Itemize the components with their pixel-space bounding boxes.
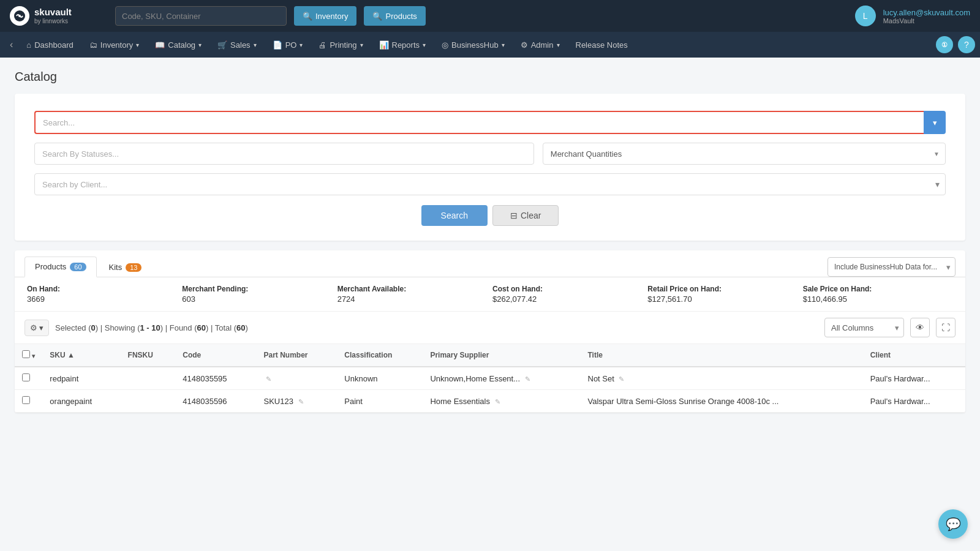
inventory-button[interactable]: 🔍 Inventory [294, 6, 356, 26]
edit-title-icon[interactable]: ✎ [619, 375, 624, 383]
row-client: Paul's Hardwar... [863, 367, 965, 390]
products-icon: 🔍 [372, 12, 382, 21]
eye-button[interactable]: 👁 [910, 318, 930, 337]
header-title: Title [581, 344, 863, 367]
row-checkbox-cell[interactable] [15, 367, 42, 390]
reports-icon: 📊 [379, 40, 389, 50]
row-part-number: SKU123 ✎ [256, 390, 337, 413]
showing-range: 1 - 10 [140, 323, 160, 332]
total-count: 60 [236, 323, 245, 332]
row-sku: redpaint [42, 367, 120, 390]
clear-button[interactable]: ⊟ Clear [492, 205, 559, 226]
selected-count: 0 [91, 323, 96, 332]
table-row: orangepaint 4148035596 SKU123 ✎ Paint Ho… [15, 390, 965, 413]
nav-item-dashboard[interactable]: ⌂ Dashboard [19, 37, 80, 53]
edit-part-number-icon[interactable]: ✎ [266, 375, 271, 383]
row-checkbox-cell[interactable] [15, 390, 42, 413]
columns-select[interactable]: All Columns [824, 318, 904, 337]
header-fnsku: FNSKU [121, 344, 176, 367]
tab-products[interactable]: Products 60 [24, 257, 97, 277]
products-count-badge: 60 [70, 263, 86, 271]
nav-circle-icon-1[interactable]: ① [936, 36, 953, 53]
nav-help-icon[interactable]: ? [958, 36, 975, 53]
businesshub-icon: ◎ [442, 40, 448, 50]
expand-button[interactable]: ⛶ [936, 318, 956, 337]
search-button[interactable]: Search [421, 205, 488, 226]
brand-name: skuvault [34, 7, 72, 18]
logo-area: skuvault by linnworks [10, 6, 108, 26]
edit-supplier-icon[interactable]: ✎ [525, 375, 530, 383]
nav-item-businesshub[interactable]: ◎ BusinessHub ▾ [434, 37, 512, 53]
stats-row: On Hand: 3669 Merchant Pending: 603 Merc… [15, 277, 965, 312]
edit-supplier-icon[interactable]: ✎ [495, 398, 500, 405]
stat-on-hand: On Hand: 3669 [27, 285, 177, 304]
nav-item-admin[interactable]: ⚙ Admin ▾ [513, 37, 567, 53]
table-header-row: ▾ SKU ▲ FNSKU Code Part Number Classific… [15, 344, 965, 367]
row-code: 4148035596 [175, 390, 256, 413]
catalog-arrow-icon: ▾ [198, 42, 202, 48]
nav-item-sales[interactable]: 🛒 Sales ▾ [210, 37, 264, 53]
user-area: L lucy.allen@skuvault.com MadsVault [855, 6, 970, 26]
inventory-nav-icon: 🗂 [89, 40, 97, 50]
nav-right-icons: ① ? [936, 36, 975, 53]
nav-item-printing[interactable]: 🖨 Printing ▾ [311, 37, 370, 53]
client-select[interactable]: Search by Client... [34, 173, 946, 195]
nav-item-release-notes[interactable]: Release Notes [568, 37, 635, 53]
stat-merchant-pending: Merchant Pending: 603 [182, 285, 332, 304]
merchant-select-wrapper: Merchant Quantities Warehouse Quantities… [543, 143, 946, 165]
row-fnsku [121, 367, 176, 390]
admin-icon: ⚙ [521, 40, 528, 50]
tabs-header: Products 60 Kits 13 Include BusinessHub … [15, 250, 965, 277]
nav-item-reports[interactable]: 📊 Reports ▾ [372, 37, 434, 53]
header-sku[interactable]: SKU ▲ [42, 344, 120, 367]
row-fnsku [121, 390, 176, 413]
top-search-input[interactable] [115, 6, 287, 26]
chevron-down-icon: ▾ [933, 118, 937, 127]
svg-point-1 [18, 15, 21, 17]
row-checkbox[interactable] [22, 373, 30, 381]
nav-item-catalog[interactable]: 📖 Catalog ▾ [148, 37, 209, 53]
status-search-input[interactable] [34, 143, 534, 165]
row-title: Not Set ✎ [581, 367, 863, 390]
stat-cost-on-hand: Cost on Hand: $262,077.42 [492, 285, 643, 304]
expand-icon: ⛶ [941, 323, 950, 332]
select-all-checkbox[interactable] [22, 350, 30, 358]
table-row: redpaint 4148035595 ✎ Unknown Unknown,Ho… [15, 367, 965, 390]
row-code: 4148035595 [175, 367, 256, 390]
filter-icon: ⊟ [510, 211, 518, 220]
eye-icon: 👁 [916, 323, 924, 332]
reports-arrow-icon: ▾ [423, 42, 426, 48]
row-classification: Paint [337, 390, 423, 413]
select-arrow-icon[interactable]: ▾ [32, 353, 35, 359]
sku-sort-icon: ▲ [67, 351, 75, 359]
tab-kits[interactable]: Kits 13 [99, 258, 152, 277]
printing-icon: 🖨 [318, 40, 326, 50]
header-primary-supplier: Primary Supplier [423, 344, 580, 367]
avatar[interactable]: L [855, 6, 876, 26]
user-info[interactable]: lucy.allen@skuvault.com MadsVault [883, 8, 970, 24]
header-part-number: Part Number [256, 344, 337, 367]
tabs-section: Products 60 Kits 13 Include BusinessHub … [15, 250, 965, 413]
tabs-left: Products 60 Kits 13 [24, 257, 151, 277]
businesshub-arrow-icon: ▾ [502, 42, 505, 48]
include-businesshub-select[interactable]: Include BusinessHub Data for... [827, 257, 956, 277]
nav-item-po[interactable]: 📄 PO ▾ [265, 37, 311, 53]
merchant-quantities-select[interactable]: Merchant Quantities Warehouse Quantities… [543, 143, 946, 165]
main-search-row: ▾ [34, 111, 946, 134]
gear-icon: ⚙ [30, 323, 37, 332]
printing-arrow-icon: ▾ [360, 42, 363, 48]
header-classification: Classification [337, 344, 423, 367]
edit-part-number-icon[interactable]: ✎ [298, 398, 304, 405]
stat-merchant-available: Merchant Available: 2724 [337, 285, 488, 304]
gear-settings-button[interactable]: ⚙ ▾ [24, 320, 49, 336]
search-dropdown-button[interactable]: ▾ [924, 111, 946, 134]
header-client: Client [863, 344, 965, 367]
main-search-input[interactable] [34, 111, 924, 134]
products-button[interactable]: 🔍 Products [364, 6, 425, 26]
header-checkbox-col: ▾ [15, 344, 42, 367]
row-checkbox[interactable] [22, 396, 30, 404]
nav-back-button[interactable]: ‹ [5, 37, 18, 53]
nav-item-inventory[interactable]: 🗂 Inventory ▾ [82, 37, 146, 53]
row-title: Valspar Ultra Semi-Gloss Sunrise Orange … [581, 390, 863, 413]
row-primary-supplier: Unknown,Home Essent... ✎ [423, 367, 580, 390]
